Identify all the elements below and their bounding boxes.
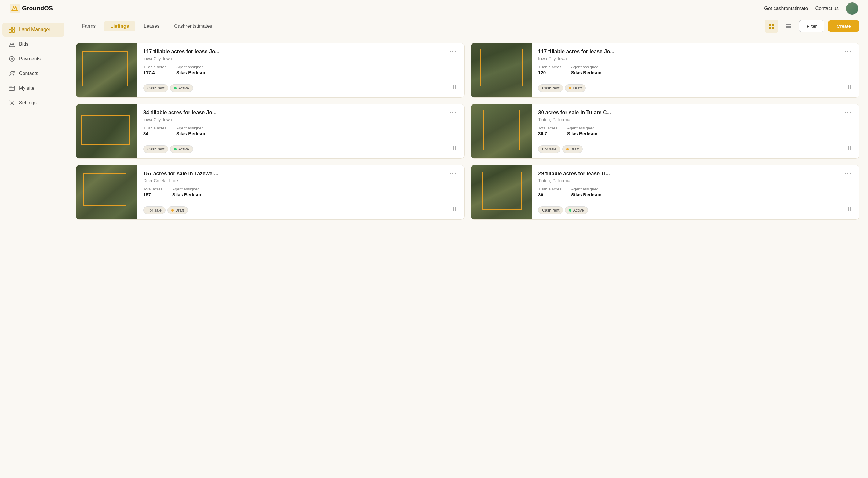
card-body: 34 tillable acres for lease Jo... ··· Io…	[137, 104, 464, 158]
sidebar-item-my-site[interactable]: My site	[2, 81, 64, 95]
card-title: 29 tillable acres for lease Ti...	[538, 171, 843, 177]
farm-boundary	[83, 173, 126, 206]
status-label: Active	[178, 86, 189, 90]
land-manager-icon	[8, 26, 15, 33]
contact-link[interactable]: Contact us	[815, 6, 839, 11]
acres-value: 157	[143, 192, 162, 197]
card-menu-button[interactable]: ···	[448, 171, 458, 177]
svg-rect-4	[12, 30, 15, 32]
details-grid-icon	[452, 206, 458, 213]
svg-rect-31	[850, 148, 851, 150]
status-tag[interactable]: Draft	[565, 84, 586, 92]
status-tag[interactable]: Active	[170, 145, 193, 153]
filter-button[interactable]: Filter	[799, 20, 824, 32]
card-header: 29 tillable acres for lease Ti... ···	[538, 171, 853, 177]
tab-farms[interactable]: Farms	[76, 21, 102, 31]
agent-stat: Agent assigned Silas Berkson	[571, 187, 601, 197]
grid-view-button[interactable]	[765, 20, 778, 33]
svg-rect-18	[453, 87, 454, 89]
app-name: GroundOS	[22, 5, 53, 12]
svg-rect-16	[453, 85, 454, 87]
list-view-button[interactable]	[782, 20, 795, 33]
card-menu-button[interactable]: ···	[448, 109, 458, 116]
settings-icon	[8, 99, 15, 106]
card-menu-button[interactable]: ···	[843, 49, 853, 55]
sidebar-label-settings: Settings	[19, 100, 37, 106]
card-details-icon[interactable]	[847, 206, 853, 214]
agent-value: Silas Berkson	[176, 70, 207, 75]
tab-leases[interactable]: Leases	[138, 21, 166, 31]
farm-boundary	[482, 171, 522, 210]
card-details-icon[interactable]	[452, 206, 458, 214]
agent-value: Silas Berkson	[571, 70, 601, 75]
status-label: Draft	[573, 86, 582, 90]
cashrentstimate-link[interactable]: Get cashrentstimate	[764, 6, 808, 11]
card-header: 117 tillable acres for lease Jo... ···	[143, 49, 458, 55]
sidebar-item-payments[interactable]: Payments	[2, 52, 64, 66]
svg-point-6	[11, 71, 13, 74]
card-location: Iowa City, Iowa	[538, 56, 853, 61]
status-tag[interactable]: Active	[170, 84, 193, 92]
sidebar-item-bids[interactable]: Bids	[2, 37, 64, 51]
agent-label: Agent assigned	[567, 126, 597, 130]
card-location: Deer Creek, Illinois	[143, 178, 458, 183]
status-dot	[566, 148, 569, 151]
card-location: Tipton, California	[538, 117, 853, 122]
card-body: 157 acres for sale in Tazewel... ··· Dee…	[137, 165, 464, 220]
status-dot	[174, 148, 177, 151]
type-tag[interactable]: For sale	[143, 206, 165, 214]
farm-boundary	[81, 115, 130, 145]
status-tag[interactable]: Draft	[167, 206, 188, 214]
listing-card[interactable]: 30 acres for sale in Tulare C... ··· Tip…	[471, 104, 860, 159]
card-stats: Total acres 30.7 Agent assigned Silas Be…	[538, 126, 853, 136]
svg-rect-25	[455, 146, 456, 148]
status-tag[interactable]: Draft	[562, 145, 583, 153]
listing-card[interactable]: 117 tillable acres for lease Jo... ··· I…	[471, 43, 860, 98]
agent-value: Silas Berkson	[567, 131, 597, 136]
logo[interactable]: GroundOS	[10, 4, 53, 13]
card-title: 117 tillable acres for lease Jo...	[143, 49, 448, 55]
card-body: 117 tillable acres for lease Jo... ··· I…	[137, 43, 464, 97]
card-image	[76, 43, 137, 97]
status-tag[interactable]: Active	[565, 206, 588, 214]
listing-card[interactable]: 117 tillable acres for lease Jo... ··· I…	[76, 43, 465, 98]
status-dot	[569, 209, 571, 212]
listing-card[interactable]: 34 tillable acres for lease Jo... ··· Io…	[76, 104, 465, 159]
sidebar-item-settings[interactable]: Settings	[2, 96, 64, 110]
card-details-icon[interactable]	[452, 85, 458, 92]
nav-tabs: Farms Listings Leases Cashrentstimates	[76, 21, 218, 31]
sidebar-item-contacts[interactable]: Contacts	[2, 67, 64, 81]
type-tag[interactable]: Cash rent	[143, 145, 168, 153]
avatar[interactable]	[846, 2, 858, 14]
sidebar-item-land-manager[interactable]: Land Manager	[2, 23, 64, 37]
card-stats: Tillable acres 117.4 Agent assigned Sila…	[143, 65, 458, 75]
card-details-icon[interactable]	[452, 146, 458, 153]
acres-label: Total acres	[143, 187, 162, 191]
listing-card[interactable]: 29 tillable acres for lease Ti... ··· Ti…	[471, 165, 860, 220]
status-label: Active	[573, 208, 584, 213]
type-tag[interactable]: Cash rent	[538, 84, 563, 92]
type-tag[interactable]: For sale	[538, 145, 560, 153]
svg-rect-26	[453, 148, 454, 150]
acres-stat: Tillable acres 34	[143, 126, 166, 136]
tab-cashrentstimates[interactable]: Cashrentstimates	[168, 21, 218, 31]
details-grid-icon	[452, 85, 458, 91]
content-area: 117 tillable acres for lease Jo... ··· I…	[67, 35, 868, 478]
tab-listings[interactable]: Listings	[104, 21, 135, 31]
card-header: 34 tillable acres for lease Jo... ···	[143, 109, 458, 116]
card-details-icon[interactable]	[847, 146, 853, 153]
svg-rect-39	[850, 210, 851, 211]
card-details-icon[interactable]	[847, 85, 853, 92]
svg-rect-13	[772, 24, 774, 26]
type-tag[interactable]: Cash rent	[538, 206, 563, 214]
create-button[interactable]: Create	[828, 21, 860, 32]
agent-value: Silas Berkson	[176, 131, 207, 136]
card-menu-button[interactable]: ···	[843, 171, 853, 177]
card-tags: Cash rent Active	[143, 84, 193, 92]
svg-rect-30	[847, 148, 849, 150]
svg-rect-14	[769, 27, 771, 29]
listing-card[interactable]: 157 acres for sale in Tazewel... ··· Dee…	[76, 165, 465, 220]
type-tag[interactable]: Cash rent	[143, 84, 168, 92]
card-menu-button[interactable]: ···	[448, 49, 458, 55]
card-menu-button[interactable]: ···	[843, 109, 853, 116]
